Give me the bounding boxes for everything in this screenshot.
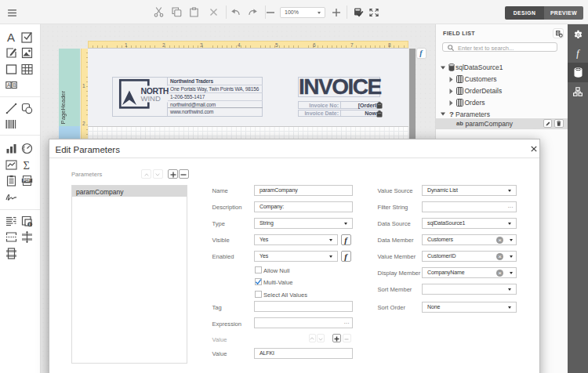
svg-text:A: A — [7, 31, 15, 43]
svg-text:PDF: PDF — [24, 179, 31, 183]
svg-text:A: A — [7, 82, 11, 88]
svg-text:Σ: Σ — [24, 159, 30, 171]
svg-text:WIND: WIND — [141, 94, 161, 103]
svg-text:B: B — [13, 82, 16, 88]
